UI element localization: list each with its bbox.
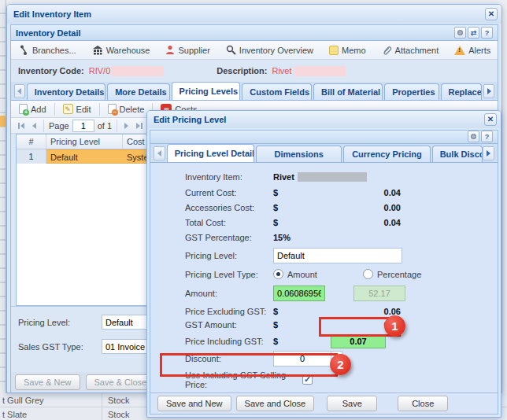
tab-more-details[interactable]: More Details bbox=[107, 83, 169, 100]
pricing-level-input[interactable] bbox=[273, 248, 402, 263]
last-page-icon[interactable] bbox=[134, 121, 145, 131]
attachment-icon bbox=[382, 45, 392, 55]
save-button[interactable]: Save bbox=[327, 396, 377, 411]
tab-pricing-level-details[interactable]: Pricing Level Details bbox=[167, 144, 254, 162]
list-item-name: t Slate bbox=[0, 407, 102, 420]
window-close-icon[interactable]: ✕ bbox=[485, 8, 498, 20]
gear-icon[interactable] bbox=[468, 131, 479, 142]
tab-scroll-left-icon[interactable] bbox=[14, 84, 25, 98]
price-including-gst-input[interactable] bbox=[331, 334, 386, 348]
separator bbox=[54, 103, 55, 116]
attachment-button[interactable]: Attachment bbox=[379, 43, 442, 57]
toolbar-label: Supplier bbox=[178, 46, 209, 55]
discount-spinner[interactable] bbox=[331, 351, 342, 367]
total-cost-label: Total Cost: bbox=[185, 218, 273, 227]
tab-properties[interactable]: Properties bbox=[384, 83, 439, 100]
alert-icon bbox=[454, 46, 465, 55]
percentage-radio[interactable] bbox=[363, 269, 373, 279]
save-and-new-button[interactable]: Save & New bbox=[15, 374, 80, 390]
supplier-icon bbox=[165, 45, 175, 55]
edit-button[interactable]: ✎ Edit bbox=[60, 102, 94, 116]
spinner-up-icon[interactable] bbox=[335, 355, 339, 358]
discount-input[interactable] bbox=[273, 351, 331, 367]
currency-symbol: $ bbox=[273, 320, 286, 330]
first-page-icon[interactable] bbox=[16, 121, 27, 131]
toolbar-label: Alerts bbox=[468, 46, 490, 55]
tab-dimensions[interactable]: Dimensions bbox=[256, 146, 342, 162]
save-and-new-button[interactable]: Save and New bbox=[157, 396, 231, 411]
add-icon: + bbox=[19, 104, 28, 114]
pricing-level-label: Pricing Level: bbox=[18, 318, 102, 327]
column-header-pricing-level[interactable]: Pricing Level bbox=[46, 134, 123, 149]
branches-button[interactable]: Branches... bbox=[16, 43, 80, 57]
current-cost-value: 0.04 bbox=[286, 188, 401, 197]
gear-icon[interactable] bbox=[454, 27, 466, 39]
window-title: Edit Inventory Item bbox=[13, 9, 91, 19]
branch-icon bbox=[19, 45, 29, 56]
memo-button[interactable]: Memo bbox=[326, 44, 369, 57]
gst-percentage-value: 15% bbox=[273, 233, 291, 242]
edit-icon: ✎ bbox=[63, 104, 73, 114]
panel-title: Inventory Detail bbox=[16, 28, 81, 38]
inventory-code-value: RIV/0 bbox=[89, 66, 111, 76]
percentage-radio-label: Percentage bbox=[377, 270, 421, 279]
window-titlebar: Edit Inventory Item ✕ bbox=[7, 5, 501, 24]
alerts-button[interactable]: Alerts bbox=[451, 44, 494, 57]
tab-scroll-right-icon[interactable] bbox=[483, 146, 494, 160]
redacted-block bbox=[298, 172, 367, 182]
inventory-overview-button[interactable]: Inventory Overview bbox=[223, 43, 316, 57]
tab-replacement[interactable]: Replacem bbox=[441, 83, 483, 100]
refresh-icon[interactable]: ⇄ bbox=[468, 27, 479, 39]
warehouse-button[interactable]: Warehouse bbox=[89, 43, 154, 57]
amount-radio[interactable] bbox=[273, 269, 283, 279]
inventory-detail-header: Inventory Detail ⇄ ? bbox=[11, 25, 498, 41]
dialog-titlebar: Edit Pricing Level ✕ bbox=[147, 111, 501, 128]
tab-bulk-discount[interactable]: Bulk Discou bbox=[432, 146, 483, 162]
save-and-close-button[interactable]: Save and Close bbox=[236, 396, 315, 411]
currency-symbol: $ bbox=[273, 203, 286, 212]
current-cost-label: Current Cost: bbox=[185, 188, 273, 197]
prev-page-icon[interactable] bbox=[30, 121, 39, 131]
gst-amount-label: GST Amount: bbox=[185, 320, 273, 330]
tab-custom-fields[interactable]: Custom Fields bbox=[242, 83, 312, 100]
save-and-close-button[interactable]: Save & Close bbox=[86, 374, 156, 390]
separator bbox=[99, 103, 100, 116]
column-header-num[interactable]: # bbox=[17, 134, 46, 149]
help-icon[interactable]: ? bbox=[481, 131, 493, 142]
price-excluding-gst-label: Price Excluding GST: bbox=[185, 307, 273, 316]
inventory-code-label: Inventory Code: bbox=[18, 66, 84, 76]
delete-button[interactable]: − Delete bbox=[105, 102, 148, 116]
tab-currency-pricing[interactable]: Currency Pricing bbox=[343, 146, 430, 162]
list-item-name: t Gull Grey bbox=[0, 393, 102, 407]
close-button[interactable]: ✕ Close bbox=[497, 43, 498, 57]
tab-pricing-levels[interactable]: Pricing Levels bbox=[172, 82, 241, 100]
row-pricing-level: Default bbox=[46, 149, 123, 164]
add-button[interactable]: + Add bbox=[16, 102, 50, 116]
close-button[interactable]: Close bbox=[398, 396, 448, 411]
discount-label: Discount: bbox=[185, 354, 273, 363]
delete-icon: − bbox=[108, 104, 117, 114]
dialog-close-icon[interactable]: ✕ bbox=[484, 113, 497, 126]
help-icon[interactable]: ? bbox=[481, 27, 493, 39]
memo-icon bbox=[329, 46, 339, 55]
tab-scroll-right-icon[interactable] bbox=[483, 84, 494, 98]
next-page-icon[interactable] bbox=[122, 121, 131, 131]
separator bbox=[43, 120, 44, 132]
currency-symbol: $ bbox=[273, 337, 286, 346]
pricing-level-field-label: Pricing Level: bbox=[185, 251, 273, 260]
tab-scroll-left-icon[interactable] bbox=[154, 146, 165, 160]
redacted-block bbox=[112, 66, 164, 76]
spinner-down-icon[interactable] bbox=[335, 360, 339, 363]
tab-bill-of-material[interactable]: Bill of Material bbox=[313, 83, 383, 100]
inventory-header-fields: Inventory Code: RIV/0 Description: Rivet bbox=[11, 60, 498, 82]
dialog-footer-buttons: Save and New Save and Close Save Close bbox=[150, 392, 498, 414]
tab-inventory-details[interactable]: Inventory Details bbox=[27, 83, 105, 100]
use-including-gst-checkbox[interactable]: ✓ bbox=[302, 374, 313, 385]
dialog-tabstrip: Pricing Level Details Dimensions Currenc… bbox=[150, 144, 498, 163]
supplier-button[interactable]: Supplier bbox=[162, 43, 213, 57]
description-label: Description: bbox=[216, 66, 267, 76]
amount-converted-input bbox=[353, 286, 405, 301]
page-input[interactable] bbox=[72, 120, 94, 132]
dialog-title: Edit Pricing Level bbox=[154, 115, 226, 124]
amount-input[interactable] bbox=[273, 286, 325, 301]
